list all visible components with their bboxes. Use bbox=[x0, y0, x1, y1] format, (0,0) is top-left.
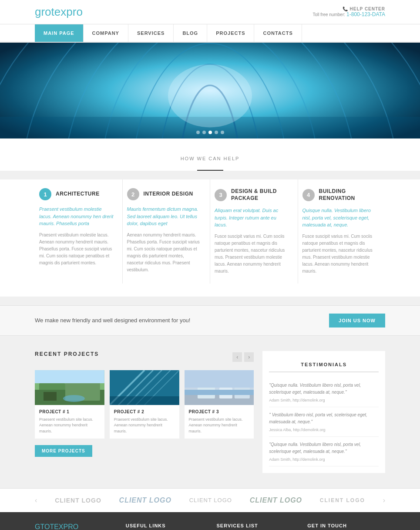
service-title-2: INTERIOR DESIGN bbox=[144, 191, 193, 198]
hero-banner bbox=[0, 43, 420, 138]
project-card-3: PROJECT # 3 Praesent vestibulum site lac… bbox=[185, 370, 254, 439]
logo-accent: pro bbox=[66, 5, 83, 18]
footer-contact-title: GET IN TOUCH bbox=[307, 523, 385, 528]
footer-links-title: USEFUL LINKS bbox=[126, 523, 204, 528]
client-logo-3: Client logo bbox=[189, 497, 232, 503]
service-highlight-4: Quisque nulla. Vestibulum libero nisl, p… bbox=[302, 207, 377, 229]
nav-services[interactable]: SERVICES bbox=[128, 24, 174, 42]
hero-dots bbox=[196, 131, 224, 134]
cta-banner: We make new friendly and well designed e… bbox=[0, 305, 420, 336]
nav-contacts[interactable]: CONTACTS bbox=[254, 24, 302, 42]
service-header-3: 3 DESIGN & BUILD PACKAGE bbox=[215, 188, 289, 202]
service-num-3: 3 bbox=[215, 189, 227, 201]
project-desc-2: Praesent vestibulum site lacus. Aenean n… bbox=[114, 417, 175, 435]
title-underline bbox=[197, 170, 223, 171]
svg-point-9 bbox=[168, 64, 252, 128]
testimonial-author-3: Adam Smith, http://demolink.org bbox=[269, 457, 379, 462]
service-num-2: 2 bbox=[127, 188, 139, 200]
how-title: HOW WE CAN HELP bbox=[0, 147, 420, 170]
project-image-2 bbox=[110, 370, 179, 405]
project-image-3 bbox=[185, 370, 254, 405]
projects-prev-arrow[interactable]: ‹ bbox=[232, 352, 242, 362]
service-text-3: Fusce suscipit varius mi. Cum sociis nat… bbox=[215, 233, 289, 275]
clients-bar: ‹ CLIENT LOGO Client logo Client logo Cl… bbox=[0, 488, 420, 512]
clients-prev-arrow[interactable]: ‹ bbox=[35, 496, 37, 504]
testimonial-text-1: "Quisque nulla. Vestibulum libero nisl, … bbox=[269, 382, 379, 396]
testimonial-author-1: Adam Smith, http://demolink.org bbox=[269, 398, 379, 402]
client-logo-5: CLIENT LOGO bbox=[320, 497, 365, 503]
testimonial-1: "Quisque nulla. Vestibulum libero nisl, … bbox=[269, 378, 379, 407]
service-header-2: 2 INTERIOR DESIGN bbox=[127, 188, 202, 200]
hero-dot-5[interactable] bbox=[221, 131, 224, 134]
footer-logo: GTOTEXPRO bbox=[35, 523, 113, 530]
footer: GTOTEXPRO © 2013 All Rights Reserved | P… bbox=[0, 512, 420, 530]
join-button[interactable]: JOIN US NOW bbox=[329, 314, 385, 327]
testimonial-author-2: Jessica Alba, http://demolink.org bbox=[269, 428, 379, 432]
service-text-4: Fusce suscipit varius mi. Cum sociis nat… bbox=[302, 233, 377, 275]
service-num-4: 4 bbox=[302, 189, 315, 201]
service-interior: 2 INTERIOR DESIGN Mauris fermentum dictu… bbox=[123, 179, 211, 284]
projects-title: RECENT PROJECTS bbox=[35, 351, 99, 357]
hero-dot-4[interactable] bbox=[215, 131, 218, 134]
clients-next-arrow[interactable]: › bbox=[383, 496, 385, 504]
project-info-3: PROJECT # 3 Praesent vestibulum site lac… bbox=[185, 405, 254, 439]
toll-free: Toll free number: 1-800-123-DATA bbox=[313, 11, 385, 17]
service-highlight-2: Mauris fermentum dictum magna. Sed laore… bbox=[127, 206, 202, 227]
testimonial-text-3: "Quisque nulla. Vestibulum libero nisl, … bbox=[269, 441, 379, 455]
testimonial-2: " Vestibulum libero nisl, porta vel, sce… bbox=[269, 407, 379, 437]
testimonial-3: "Quisque nulla. Vestibulum libero nisl, … bbox=[269, 437, 379, 466]
project-title-1: PROJECT # 1 bbox=[39, 409, 100, 414]
site-logo: grotexpro bbox=[35, 5, 83, 19]
nav-blog[interactable]: BLOG bbox=[174, 24, 207, 42]
service-title-4: BUILDING RENOVATION bbox=[319, 188, 377, 202]
service-highlight-3: Aliquam erat volutpat. Duis ac turpis. I… bbox=[215, 207, 289, 229]
project-image-1 bbox=[35, 370, 104, 405]
svg-rect-16 bbox=[35, 370, 104, 383]
projects-section: RECENT PROJECTS ‹ › bbox=[35, 351, 254, 473]
banner-text: We make new friendly and well designed e… bbox=[35, 317, 190, 324]
projects-next-arrow[interactable]: › bbox=[244, 352, 254, 362]
svg-point-15 bbox=[63, 395, 85, 402]
service-highlight-1: Praesent vestibulum molestie lacus. Aene… bbox=[39, 206, 114, 227]
toll-free-number: 1-800-123-DATA bbox=[346, 11, 385, 17]
hero-dot-1[interactable] bbox=[196, 131, 200, 134]
footer-logo-accent: PRO bbox=[64, 523, 79, 530]
hero-dot-2[interactable] bbox=[202, 131, 206, 134]
nav-company[interactable]: COMPANY bbox=[84, 24, 128, 42]
service-header-1: 1 ARCHITECTURE bbox=[39, 188, 114, 200]
project-card-2: PROJECT # 2 Praesent vestibulum site lac… bbox=[110, 370, 179, 439]
footer-contact-col: GET IN TOUCH The Company Name Inc. 8901 … bbox=[307, 523, 385, 530]
project-info-1: PROJECT # 1 Praesent vestibulum site lac… bbox=[35, 405, 104, 439]
projects-header: RECENT PROJECTS ‹ › bbox=[35, 351, 254, 364]
phone-icon: 📞 bbox=[343, 7, 350, 11]
service-title-3: DESIGN & BUILD PACKAGE bbox=[231, 188, 289, 202]
projects-nav: ‹ › bbox=[232, 352, 254, 362]
toll-free-label: Toll free number: bbox=[313, 12, 345, 17]
nav-main-page[interactable]: MAIN PAGE bbox=[35, 24, 84, 42]
project-desc-1: Praesent vestibulum site lacus. Aenean n… bbox=[39, 417, 100, 435]
project-title-2: PROJECT # 2 bbox=[114, 409, 175, 414]
testimonials-title: TESTIMONIALS bbox=[269, 358, 379, 372]
projects-grid: PROJECT # 1 Praesent vestibulum site lac… bbox=[35, 370, 254, 439]
project-title-3: PROJECT # 3 bbox=[189, 409, 250, 414]
testimonials-section: TESTIMONIALS "Quisque nulla. Vestibulum … bbox=[262, 351, 385, 473]
service-title-1: ARCHITECTURE bbox=[56, 191, 100, 198]
hero-image bbox=[0, 43, 420, 138]
more-projects-button[interactable]: MORE PROJECTS bbox=[35, 445, 92, 457]
separator-1 bbox=[0, 297, 420, 305]
how-section: HOW WE CAN HELP bbox=[0, 138, 420, 171]
svg-rect-23 bbox=[110, 396, 179, 405]
main-nav: MAIN PAGE COMPANY SERVICES BLOG PROJECTS… bbox=[0, 24, 420, 43]
project-card-1: PROJECT # 1 Praesent vestibulum site lac… bbox=[35, 370, 104, 439]
footer-services-title: SERVICES LIST bbox=[217, 523, 295, 528]
help-center: 📞 HELP CENTER Toll free number: 1-800-12… bbox=[313, 7, 385, 17]
help-title: 📞 HELP CENTER bbox=[313, 7, 385, 11]
nav-projects[interactable]: PROJECTS bbox=[207, 24, 254, 42]
testimonial-text-2: " Vestibulum libero nisl, porta vel, sce… bbox=[269, 412, 379, 425]
footer-services-col: SERVICES LIST Architectural Design Const… bbox=[217, 523, 295, 530]
footer-logo-main: GTOTEX bbox=[35, 523, 64, 530]
client-logo-1: CLIENT LOGO bbox=[55, 497, 101, 504]
service-num-1: 1 bbox=[39, 188, 51, 200]
hero-dot-3[interactable] bbox=[208, 131, 212, 134]
content-row: RECENT PROJECTS ‹ › bbox=[0, 351, 420, 473]
